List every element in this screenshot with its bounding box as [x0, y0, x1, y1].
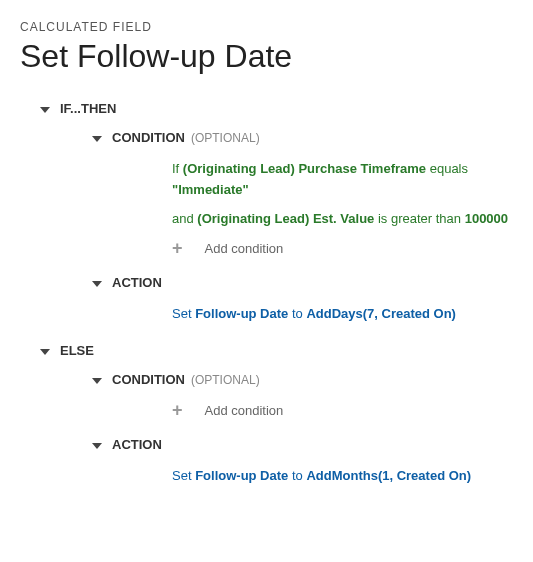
breadcrumb: CALCULATED FIELD — [20, 20, 513, 34]
action-label: ACTION — [112, 437, 162, 452]
condition-label: CONDITION — [112, 130, 185, 145]
else-condition-block: CONDITION (OPTIONAL) + Add condition — [92, 372, 513, 419]
optional-label: (OPTIONAL) — [191, 373, 260, 387]
condition-field: (Originating Lead) Est. Value — [197, 211, 374, 226]
condition-value: 100000 — [465, 211, 508, 226]
ifthen-action-header[interactable]: ACTION — [92, 275, 513, 290]
chevron-down-icon — [92, 443, 102, 449]
ifthen-condition-header[interactable]: CONDITION (OPTIONAL) — [92, 130, 513, 145]
action-label: ACTION — [112, 275, 162, 290]
condition-value: "Immediate" — [172, 182, 249, 197]
action-func: AddMonths(1, Created On) — [306, 468, 471, 483]
action-row[interactable]: Set Follow-up Date to AddMonths(1, Creat… — [172, 466, 513, 487]
action-verb: Set — [172, 468, 192, 483]
chevron-down-icon — [40, 107, 50, 113]
condition-prefix: If — [172, 161, 179, 176]
add-condition-label: Add condition — [205, 241, 284, 256]
ifthen-header[interactable]: IF...THEN — [40, 101, 513, 116]
else-label: ELSE — [60, 343, 94, 358]
condition-row[interactable]: and (Originating Lead) Est. Value is gre… — [172, 209, 513, 230]
chevron-down-icon — [40, 349, 50, 355]
action-field: Follow-up Date — [195, 306, 288, 321]
condition-prefix: and — [172, 211, 194, 226]
add-condition-button[interactable]: + Add condition — [172, 401, 513, 419]
plus-icon: + — [172, 239, 183, 257]
condition-operator: equals — [430, 161, 468, 176]
ifthen-label: IF...THEN — [60, 101, 116, 116]
ifthen-action-block: ACTION Set Follow-up Date to AddDays(7, … — [92, 275, 513, 325]
action-to: to — [292, 468, 303, 483]
else-action-header[interactable]: ACTION — [92, 437, 513, 452]
else-action-block: ACTION Set Follow-up Date to AddMonths(1… — [92, 437, 513, 487]
else-header[interactable]: ELSE — [40, 343, 513, 358]
chevron-down-icon — [92, 281, 102, 287]
action-func: AddDays(7, Created On) — [306, 306, 456, 321]
plus-icon: + — [172, 401, 183, 419]
optional-label: (OPTIONAL) — [191, 131, 260, 145]
action-verb: Set — [172, 306, 192, 321]
ifthen-block: IF...THEN CONDITION (OPTIONAL) If (Origi… — [40, 101, 513, 325]
ifthen-condition-block: CONDITION (OPTIONAL) If (Originating Lea… — [92, 130, 513, 257]
action-field: Follow-up Date — [195, 468, 288, 483]
add-condition-label: Add condition — [205, 403, 284, 418]
chevron-down-icon — [92, 378, 102, 384]
page-title: Set Follow-up Date — [20, 38, 513, 75]
add-condition-button[interactable]: + Add condition — [172, 239, 513, 257]
else-block: ELSE CONDITION (OPTIONAL) + Add conditio… — [40, 343, 513, 487]
condition-field: (Originating Lead) Purchase Timeframe — [183, 161, 426, 176]
condition-row[interactable]: If (Originating Lead) Purchase Timeframe… — [172, 159, 513, 201]
condition-operator: is greater than — [378, 211, 461, 226]
else-condition-header[interactable]: CONDITION (OPTIONAL) — [92, 372, 513, 387]
action-to: to — [292, 306, 303, 321]
action-row[interactable]: Set Follow-up Date to AddDays(7, Created… — [172, 304, 513, 325]
chevron-down-icon — [92, 136, 102, 142]
condition-label: CONDITION — [112, 372, 185, 387]
